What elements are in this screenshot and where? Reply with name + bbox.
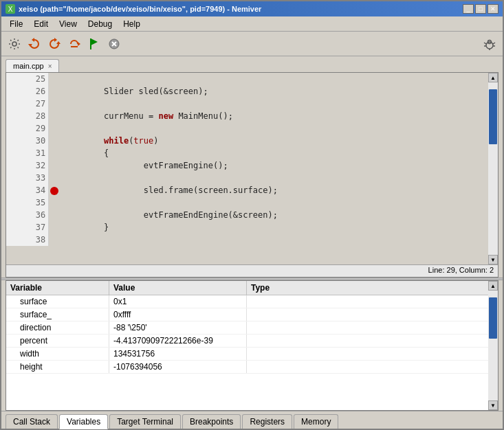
line-number: 25 (6, 73, 49, 85)
settings-toolbar-btn[interactable] (6, 35, 23, 53)
scrollbar-down-arrow[interactable]: ▼ (488, 255, 498, 264)
var-scrollbar[interactable]: ▲ ▼ (488, 281, 498, 410)
stop-icon (107, 37, 121, 51)
line-number: 27 (6, 98, 49, 110)
svg-marker-3 (54, 38, 57, 42)
minimize-button[interactable]: _ (463, 4, 474, 14)
variable-scroll-wrapper: Variable Value Type surface 0x1 surface_… (6, 281, 498, 410)
code-cell (60, 73, 487, 85)
menu-help[interactable]: Help (118, 18, 146, 30)
var-type (247, 348, 488, 360)
var-name: surface (6, 295, 109, 308)
breakpoint-cell (49, 209, 61, 221)
svg-marker-8 (91, 38, 98, 45)
var-type (247, 321, 488, 334)
line-number: 37 (6, 221, 49, 234)
bottom-tab-memory[interactable]: Memory (294, 414, 338, 429)
var-value: 134531756 (109, 348, 247, 360)
scrollbar-thumb[interactable] (489, 89, 497, 144)
var-scrollbar-thumb[interactable] (489, 297, 497, 339)
app-icon: X (6, 4, 15, 14)
scrollbar-up-arrow[interactable]: ▲ (488, 73, 498, 82)
var-scrollbar-track[interactable] (488, 291, 498, 400)
svg-line-14 (484, 43, 486, 44)
line-number: 31 (6, 147, 49, 159)
line-number: 35 (6, 196, 49, 209)
code-cell: Slider sled(&screen); (60, 85, 487, 98)
var-type (247, 335, 488, 347)
var-name: direction (6, 321, 109, 334)
var-scrollbar-down[interactable]: ▼ (488, 400, 498, 410)
line-number: 30 (6, 135, 49, 147)
code-cell: currMenu = new MainMenu(); (60, 110, 487, 122)
run-cursor-icon (87, 37, 101, 51)
code-cell (60, 234, 487, 246)
svg-point-12 (486, 42, 493, 49)
breakpoint-cell (49, 122, 61, 135)
bottom-tab-call-stack[interactable]: Call Stack (6, 414, 58, 429)
menu-view[interactable]: View (54, 18, 83, 30)
breakpoint-cell (49, 196, 61, 209)
toolbar (1, 32, 503, 56)
code-cell: evtFrameEndEngine(&screen); (60, 209, 487, 221)
table-row: 26 Slider sled(&screen); (6, 85, 488, 98)
editor-scrollbar[interactable]: ▲ ▼ (488, 73, 498, 264)
close-button[interactable]: ✕ (487, 4, 498, 14)
table-row: 28 currMenu = new MainMenu(); (6, 110, 488, 122)
editor-inner: 2526 Slider sled(&screen);2728 currMenu … (6, 73, 498, 264)
code-cell: sled.frame(screen.surface); (60, 184, 487, 196)
bottom-tab-target-terminal[interactable]: Target Terminal (109, 414, 181, 429)
menu-edit[interactable]: Edit (28, 18, 54, 30)
table-row: surface 0x1 (6, 295, 488, 308)
table-row: 38 (6, 234, 488, 246)
bottom-tab-registers[interactable]: Registers (242, 414, 292, 429)
breakpoint-marker (50, 187, 58, 195)
maximize-button[interactable]: □ (475, 4, 486, 14)
bug-toolbar-btn[interactable] (481, 35, 498, 53)
main-window: X xeiso (path="/home/jacob/dev/xeiso/bin… (0, 0, 504, 430)
breakpoint-cell (49, 85, 61, 98)
restart-toolbar-btn[interactable] (25, 35, 43, 53)
var-value: 0xffff (109, 308, 247, 321)
menu-debug[interactable]: Debug (83, 18, 118, 30)
menu-bar: File Edit View Debug Help (1, 16, 503, 32)
code-table: 2526 Slider sled(&screen);2728 currMenu … (6, 73, 488, 246)
code-body[interactable]: 2526 Slider sled(&screen);2728 currMenu … (6, 73, 488, 264)
editor-status-bar: Line: 29, Column: 2 (6, 264, 498, 277)
variable-rows: surface 0x1 surface_ 0xffff direction -8… (6, 295, 488, 374)
breakpoint-cell (49, 98, 61, 110)
var-type (247, 308, 488, 321)
gear-icon (8, 37, 21, 51)
scrollbar-track[interactable] (488, 82, 498, 255)
code-cell (60, 172, 487, 184)
breakpoint-cell (49, 172, 61, 184)
table-row: 27 (6, 98, 488, 110)
file-tab-main-cpp[interactable]: main.cpp × (6, 59, 59, 72)
svg-point-0 (12, 42, 17, 46)
continue-toolbar-btn[interactable] (45, 35, 63, 53)
var-value: -4.4137090972221266e-39 (109, 335, 247, 347)
code-editor: 2526 Slider sled(&screen);2728 currMenu … (6, 72, 498, 278)
bottom-tab-breakpoints[interactable]: Breakpoints (182, 414, 241, 429)
file-tab-name: main.cpp (13, 62, 44, 70)
table-row: 29 (6, 122, 488, 135)
table-row: 34 sled.frame(screen.surface); (6, 184, 488, 196)
code-cell: } (60, 221, 487, 234)
step-over-toolbar-btn[interactable] (65, 35, 83, 53)
bottom-tab-variables[interactable]: Variables (59, 414, 108, 429)
col-type: Type (247, 281, 488, 295)
svg-line-16 (493, 43, 495, 44)
breakpoint-cell (49, 184, 61, 196)
window-controls: _ □ ✕ (463, 4, 498, 14)
line-number: 33 (6, 172, 49, 184)
continue-icon (47, 37, 61, 51)
menu-file[interactable]: File (4, 18, 28, 30)
run-cursor-toolbar-btn[interactable] (85, 35, 103, 53)
variable-body: Variable Value Type surface 0x1 surface_… (6, 281, 488, 410)
table-row: surface_ 0xffff (6, 308, 488, 321)
file-tab-close-icon[interactable]: × (48, 63, 52, 70)
var-value: -88 '\250' (109, 321, 247, 334)
var-scrollbar-up[interactable]: ▲ (488, 281, 498, 291)
table-row: 31 { (6, 147, 488, 159)
stop-toolbar-btn[interactable] (105, 35, 123, 53)
